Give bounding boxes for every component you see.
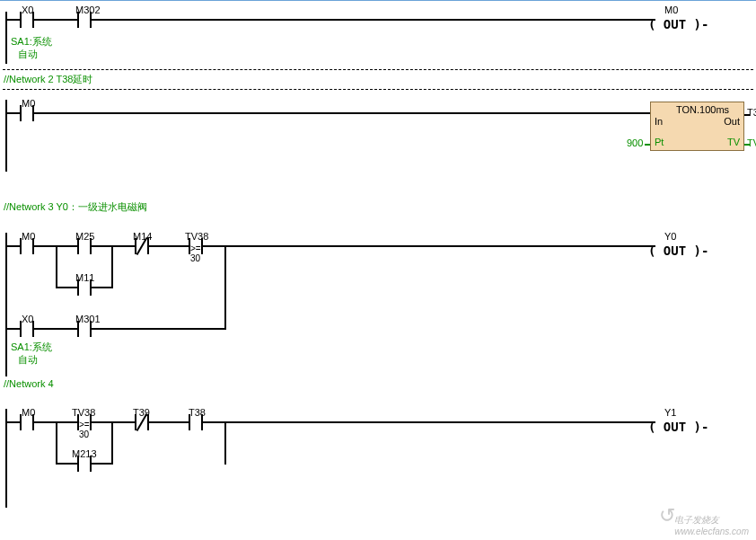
- comment-sa1-1: SA1:系统: [11, 35, 52, 49]
- wire: [92, 463, 113, 465]
- watermark-brand: 电子发烧友: [674, 515, 719, 525]
- left-rail: [5, 409, 7, 508]
- contact-no: [20, 12, 34, 28]
- contact-no: [20, 321, 34, 337]
- branch: [111, 421, 113, 465]
- contact-no: [20, 414, 34, 430]
- wire: [744, 114, 750, 116]
- contact-no: [77, 456, 92, 472]
- coil-out: ( OUT )-: [648, 420, 708, 434]
- compare-op: >=: [79, 420, 90, 429]
- branch: [56, 245, 57, 288]
- wire: [203, 245, 655, 247]
- wire: [34, 328, 77, 330]
- branch: [111, 245, 113, 288]
- spacer: [111, 463, 226, 465]
- wire: [56, 463, 77, 465]
- wire: [203, 421, 655, 423]
- wire: [34, 112, 650, 114]
- comment-sa1-2: 自动: [18, 48, 38, 61]
- left-rail: [5, 233, 7, 376]
- compare-val: 30: [79, 429, 89, 439]
- wire: [56, 287, 77, 288]
- contact-no: [77, 279, 92, 296]
- ladder-canvas: X0 M302 M0 ( OUT )- SA1:系统 自动 //Network …: [0, 0, 756, 540]
- network2-title: //Network 2 T38延时: [4, 73, 92, 86]
- fb-pin-tv: TV: [727, 137, 740, 147]
- comment-sa1-2: 自动: [18, 353, 38, 367]
- compare-op: >=: [190, 243, 201, 253]
- fb-pin-pt: Pt: [655, 137, 664, 147]
- wire: [7, 19, 20, 21]
- fb-out-value: T38: [747, 107, 756, 118]
- watermark: 电子发烧友 www.elecfans.com: [674, 514, 749, 536]
- wire: [92, 421, 135, 423]
- divider: [3, 89, 753, 90]
- coil-out: ( OUT )-: [648, 17, 708, 31]
- coil-label-m0: M0: [664, 4, 678, 15]
- contact-nc: [135, 238, 149, 254]
- contact-no: [77, 321, 92, 337]
- network4-title: //Network 4: [4, 378, 54, 389]
- wire: [7, 328, 20, 330]
- wire: [92, 287, 113, 288]
- branch: [224, 245, 226, 330]
- branch: [56, 421, 57, 465]
- fb-pt-value: 900: [627, 137, 643, 148]
- contact-no: [20, 238, 34, 254]
- coil-label-y1: Y1: [664, 407, 676, 418]
- wire: [149, 421, 189, 423]
- coil-out: ( OUT )-: [648, 243, 708, 258]
- wire: [7, 421, 20, 423]
- wire: [92, 19, 655, 21]
- contact-no: [77, 238, 92, 254]
- wire: [92, 328, 226, 330]
- watermark-url: www.elecfans.com: [674, 527, 749, 536]
- wire-param: [744, 144, 750, 146]
- wire-param: [645, 144, 650, 146]
- wire: [149, 245, 189, 247]
- compare-val: 30: [190, 253, 200, 263]
- network3-title: //Network 3 Y0：一级进水电磁阀: [4, 200, 147, 214]
- wire: [7, 112, 20, 114]
- fb-pin-out: Out: [724, 116, 740, 127]
- contact-nc: [135, 414, 149, 430]
- contact-no: [189, 414, 203, 430]
- fb-tv-value: TV38: [747, 137, 756, 148]
- contact-no: [77, 12, 92, 28]
- fb-title: TON.100ms: [676, 104, 729, 115]
- divider: [3, 69, 753, 70]
- wire: [92, 245, 135, 247]
- contact-no: [20, 105, 34, 121]
- wire: [34, 19, 77, 21]
- branch: [224, 421, 226, 465]
- comment-sa1-1: SA1:系统: [11, 341, 52, 354]
- function-block-ton: TON.100ms In Out Pt TV: [650, 102, 744, 151]
- left-rail: [5, 100, 7, 172]
- watermark-logo: ↺: [659, 504, 675, 527]
- coil-label-y0: Y0: [664, 231, 676, 242]
- fb-pin-in: In: [655, 116, 663, 127]
- wire: [7, 245, 20, 247]
